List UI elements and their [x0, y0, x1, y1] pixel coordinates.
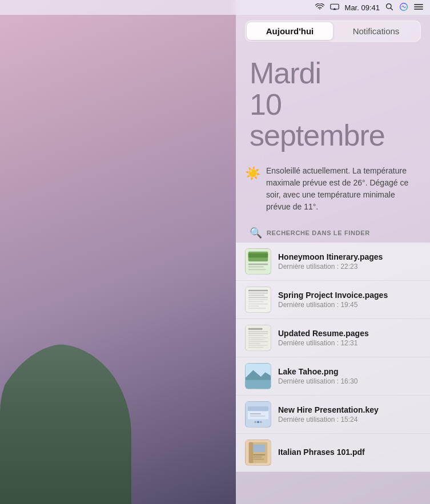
file-thumbnail-5 [245, 440, 271, 466]
svg-point-44 [257, 421, 259, 423]
menu-bar-status-icons: Mar. 09:41 [315, 2, 423, 13]
svg-rect-50 [253, 454, 265, 455]
menu-bar-time: Mar. 09:41 [345, 3, 380, 12]
date-display: Mardi 10 septembre [236, 42, 430, 160]
svg-rect-9 [248, 253, 268, 257]
file-name-3: Lake Tahoe.png [278, 367, 421, 376]
today-tab[interactable]: Aujourd'hui [247, 22, 333, 40]
file-info-0: Honeymoon Itinerary.pages Dernière utili… [278, 252, 421, 271]
finder-item-5[interactable]: Italian Phrases 101.pdf [236, 434, 430, 472]
svg-rect-16 [248, 295, 265, 296]
file-name-5: Italian Phrases 101.pdf [278, 447, 421, 457]
svg-rect-17 [248, 297, 268, 298]
svg-rect-11 [248, 266, 264, 267]
file-thumbnail-4 [245, 401, 271, 428]
date-full: 10 septembre [250, 89, 416, 151]
landscape-hill [0, 344, 131, 504]
svg-point-45 [260, 421, 262, 423]
svg-line-2 [391, 7, 393, 10]
svg-rect-26 [248, 333, 268, 334]
svg-rect-51 [253, 456, 262, 457]
file-name-2: Updated Resume.pages [278, 329, 421, 338]
notifications-tab[interactable]: Notifications [333, 22, 419, 40]
svg-rect-20 [248, 303, 268, 304]
svg-rect-21 [248, 305, 259, 306]
segmented-control: Aujourd'hui Notifications [245, 21, 421, 42]
file-thumbnail-3 [245, 363, 271, 389]
finder-item-2[interactable]: Updated Resume.pages Dernière utilisatio… [236, 319, 430, 357]
svg-rect-24 [248, 328, 263, 330]
svg-rect-22 [248, 308, 266, 308]
file-info-2: Updated Resume.pages Dernière utilisatio… [278, 329, 421, 347]
file-meta-3: Dernière utilisation : 16:30 [278, 377, 421, 385]
svg-rect-33 [248, 347, 264, 348]
svg-rect-29 [248, 339, 265, 340]
svg-rect-31 [248, 343, 260, 344]
file-info-4: New Hire Presentation.key Dernière utili… [278, 405, 421, 424]
finder-item-0[interactable]: Honeymoon Itinerary.pages Dernière utili… [236, 243, 430, 281]
svg-rect-41 [250, 413, 261, 414]
svg-rect-40 [248, 406, 268, 411]
finder-item-3[interactable]: Lake Tahoe.png Dernière utilisation : 16… [236, 357, 430, 396]
file-info-5: Italian Phrases 101.pdf [278, 447, 421, 458]
svg-rect-12 [248, 269, 266, 270]
finder-section-label: RECHERCHE DANS LE FINDER [267, 229, 370, 236]
svg-rect-42 [250, 416, 266, 417]
file-info-3: Lake Tahoe.png Dernière utilisation : 16… [278, 367, 421, 385]
file-meta-4: Dernière utilisation : 15:24 [278, 416, 421, 424]
svg-point-43 [254, 421, 256, 423]
spotlight-search-icon[interactable] [385, 3, 393, 13]
finder-section-header: 🔍 RECHERCHE DANS LE FINDER [236, 222, 430, 243]
svg-rect-30 [248, 341, 268, 342]
svg-rect-52 [253, 458, 264, 459]
svg-rect-18 [248, 299, 268, 300]
weather-sun-icon: ☀️ [245, 166, 260, 181]
wifi-icon[interactable] [315, 3, 324, 12]
file-meta-1: Dernière utilisation : 19:45 [278, 301, 421, 309]
svg-rect-28 [248, 337, 268, 338]
nc-content-area: Mardi 10 septembre ☀️ Ensoleillé actuell… [236, 42, 430, 504]
finder-icon: 🔍 [250, 227, 262, 239]
file-name-0: Honeymoon Itinerary.pages [278, 252, 421, 261]
svg-rect-25 [248, 331, 268, 332]
finder-section: 🔍 RECHERCHE DANS LE FINDER [236, 222, 430, 472]
finder-item-4[interactable]: New Hire Presentation.key Dernière utili… [236, 396, 430, 434]
file-meta-0: Dernière utilisation : 22:23 [278, 263, 421, 271]
weather-description: Ensoleillé actuellement. La température … [266, 165, 421, 213]
file-info-1: Spring Project Invoice.pages Dernière ut… [278, 291, 421, 309]
siri-icon[interactable] [399, 2, 408, 13]
file-meta-2: Dernière utilisation : 12:31 [278, 339, 421, 347]
svg-rect-27 [248, 335, 264, 336]
file-name-1: Spring Project Invoice.pages [278, 291, 421, 300]
finder-file-list: Honeymoon Itinerary.pages Dernière utili… [236, 243, 430, 472]
finder-item-1[interactable]: Spring Project Invoice.pages Dernière ut… [236, 281, 430, 319]
file-thumbnail-2 [245, 325, 271, 351]
svg-rect-48 [249, 442, 254, 463]
svg-rect-37 [246, 380, 271, 388]
notification-center-panel: Aujourd'hui Notifications Mardi 10 septe… [236, 0, 430, 504]
file-thumbnail-1 [245, 287, 271, 313]
svg-rect-49 [253, 444, 265, 451]
svg-rect-10 [248, 264, 268, 265]
date-day: Mardi [250, 58, 416, 89]
menu-bar: Mar. 09:41 [0, 0, 430, 15]
file-name-4: New Hire Presentation.key [278, 405, 421, 414]
svg-rect-15 [248, 292, 268, 293]
airplay-icon[interactable] [330, 3, 339, 12]
weather-widget: ☀️ Ensoleillé actuellement. La températu… [245, 165, 421, 213]
svg-rect-14 [248, 290, 268, 291]
svg-rect-19 [248, 301, 264, 302]
file-thumbnail-0 [245, 248, 271, 275]
notification-center-icon[interactable] [414, 3, 423, 12]
svg-rect-32 [248, 345, 268, 345]
